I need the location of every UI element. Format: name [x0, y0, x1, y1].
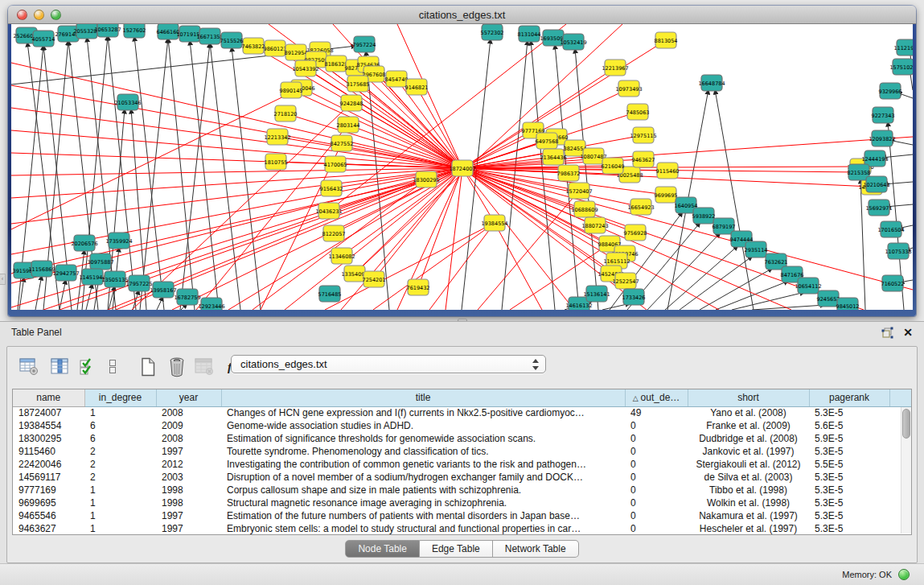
select-all-button[interactable] — [75, 354, 99, 380]
cell-short[interactable]: Tibbo et al. (1998) — [688, 484, 809, 496]
cell-year[interactable]: 1997 — [156, 509, 221, 522]
cell-year[interactable]: 1998 — [156, 496, 221, 509]
cell-pagerank[interactable]: 5.9E-5 — [809, 432, 889, 445]
cell-pagerank[interactable]: 5.5E-5 — [809, 458, 889, 471]
cell-name[interactable]: 14569117 — [13, 471, 84, 484]
cell-year[interactable]: 1997 — [156, 445, 221, 458]
cell-short[interactable]: Nakamura et al. (1997) — [688, 509, 809, 522]
tab-edge-table[interactable]: Edge Table — [420, 540, 493, 558]
table-row[interactable]: 969969511998Structural magnetic resonanc… — [13, 496, 911, 509]
cell-year[interactable]: 1998 — [156, 484, 221, 496]
hidden-panel-grip[interactable]: ‹ — [0, 274, 6, 285]
cell-short[interactable]: Wolkin et al. (1998) — [688, 496, 809, 509]
cell-name[interactable]: 22420046 — [13, 458, 84, 471]
close-panel-button[interactable]: ✕ — [901, 326, 914, 339]
cell-title[interactable]: Estimation of significance thresholds fo… — [221, 432, 625, 445]
new-column-button[interactable] — [136, 354, 160, 380]
cell-out_degree[interactable]: 0 — [625, 522, 688, 535]
delete-table-button[interactable] — [192, 354, 216, 380]
rows-stack-button[interactable] — [101, 354, 125, 380]
cell-name[interactable]: 19384554 — [13, 419, 84, 432]
cell-in_degree[interactable]: 1 — [84, 509, 156, 522]
cell-pagerank[interactable]: 5.3E-5 — [809, 484, 889, 496]
column-header-pagerank[interactable]: pagerank — [809, 389, 889, 406]
cell-short[interactable]: Yano et al. (2008) — [688, 406, 809, 419]
memory-led[interactable] — [898, 569, 910, 580]
cell-name[interactable]: 9115460 — [13, 445, 84, 458]
cell-out_degree[interactable]: 0 — [625, 445, 688, 458]
column-visibility-button[interactable] — [47, 354, 72, 380]
cell-title[interactable]: Estimation of the future numbers of pati… — [221, 509, 625, 522]
cell-title[interactable]: Embryonic stem cells: a model to study s… — [221, 522, 625, 535]
cell-out_degree[interactable]: 0 — [625, 471, 688, 484]
cell-title[interactable]: Disruption of a novel member of a sodium… — [221, 471, 625, 484]
cell-in_degree[interactable]: 6 — [84, 432, 156, 445]
cell-short[interactable]: Dudbridge et al. (2008) — [688, 432, 809, 445]
cell-out_degree[interactable]: 0 — [625, 419, 688, 432]
float-panel-button[interactable] — [881, 326, 893, 339]
cell-out_degree[interactable]: 0 — [625, 496, 688, 509]
table-selector[interactable]: citations_edges.txt — [231, 355, 546, 373]
table-row[interactable]: 1938455462009Genome-wide association stu… — [13, 419, 911, 432]
cell-year[interactable]: 2008 — [156, 406, 221, 419]
cell-year[interactable]: 2003 — [156, 471, 221, 484]
cell-pagerank[interactable]: 5.3E-5 — [809, 471, 889, 484]
cell-title[interactable]: Tourette syndrome. Phenomenology and cla… — [221, 445, 625, 458]
table-row[interactable]: 1872400712008Changes of HCN gene express… — [13, 406, 911, 419]
cell-in_degree[interactable]: 1 — [84, 496, 156, 509]
table-scrollbar[interactable] — [901, 407, 911, 534]
table-mode-button[interactable] — [17, 354, 41, 380]
cell-pagerank[interactable]: 5.3E-5 — [809, 445, 889, 458]
cell-out_degree[interactable]: 0 — [625, 509, 688, 522]
cell-name[interactable]: 9465546 — [13, 509, 84, 522]
table-scrollbar-thumb[interactable] — [902, 409, 910, 439]
network-canvas[interactable]: 1872400798601238912954182260589827509105… — [11, 24, 913, 310]
cell-name[interactable]: 9463627 — [13, 522, 84, 535]
cell-title[interactable]: Structural magnetic resonance image aver… — [221, 496, 625, 509]
table-row[interactable]: 911546021997Tourette syndrome. Phenomeno… — [13, 445, 911, 458]
column-header-name[interactable]: name — [13, 389, 84, 406]
cell-in_degree[interactable]: 6 — [84, 419, 156, 432]
cell-pagerank[interactable]: 5.3E-5 — [809, 406, 889, 419]
column-header-in_degree[interactable]: in_degree — [84, 389, 156, 406]
cell-in_degree[interactable]: 1 — [84, 522, 156, 535]
cell-year[interactable]: 2008 — [156, 432, 221, 445]
cell-year[interactable]: 1997 — [156, 522, 221, 535]
cell-in_degree[interactable]: 1 — [84, 484, 156, 496]
cell-in_degree[interactable]: 1 — [84, 406, 156, 419]
window-titlebar[interactable]: citations_edges.txt — [8, 6, 916, 24]
tab-network-table[interactable]: Network Table — [493, 540, 579, 558]
cell-pagerank[interactable]: 5.3E-5 — [809, 522, 889, 535]
cell-short[interactable]: de Silva et al. (2003) — [688, 471, 809, 484]
cell-pagerank[interactable]: 5.6E-5 — [809, 419, 889, 432]
cell-name[interactable]: 9777169 — [13, 484, 84, 496]
cell-out_degree[interactable]: 0 — [625, 458, 688, 471]
column-header-year[interactable]: year — [156, 389, 221, 406]
cell-year[interactable]: 2009 — [156, 419, 221, 432]
cell-in_degree[interactable]: 2 — [84, 471, 156, 484]
table-row[interactable]: 2242004622012Investigating the contribut… — [13, 458, 911, 471]
cell-pagerank[interactable]: 5.3E-5 — [809, 496, 889, 509]
cell-year[interactable]: 2012 — [156, 458, 221, 471]
delete-column-button[interactable] — [165, 354, 189, 380]
cell-title[interactable]: Changes of HCN gene expression and I(f) … — [221, 406, 625, 419]
cell-out_degree[interactable]: 49 — [625, 406, 688, 419]
table-row[interactable]: 946554611997Estimation of the future num… — [13, 509, 911, 522]
column-header-out_degree[interactable]: out_de… — [625, 389, 688, 406]
tab-node-table[interactable]: Node Table — [345, 540, 420, 558]
cell-short[interactable]: Jankovic et al. (1997) — [688, 445, 809, 458]
cell-title[interactable]: Genome-wide association studies in ADHD. — [221, 419, 625, 432]
cell-short[interactable]: Stergiakouli et al. (2012) — [688, 458, 809, 471]
cell-out_degree[interactable]: 0 — [625, 484, 688, 496]
cell-in_degree[interactable]: 2 — [84, 458, 156, 471]
column-header-title[interactable]: title — [221, 389, 625, 406]
table-row[interactable]: 1830029562008Estimation of significance … — [13, 432, 911, 445]
cell-name[interactable]: 18300295 — [13, 432, 84, 445]
table-row[interactable]: 946362711997Embryonic stem cells: a mode… — [13, 522, 911, 535]
cell-title[interactable]: Corpus callosum shape and size in male p… — [221, 484, 625, 496]
cell-pagerank[interactable]: 5.3E-5 — [809, 509, 889, 522]
cell-short[interactable]: Franke et al. (2009) — [688, 419, 809, 432]
column-header-short[interactable]: short — [688, 389, 809, 406]
cell-in_degree[interactable]: 2 — [84, 445, 156, 458]
cell-out_degree[interactable]: 0 — [625, 432, 688, 445]
